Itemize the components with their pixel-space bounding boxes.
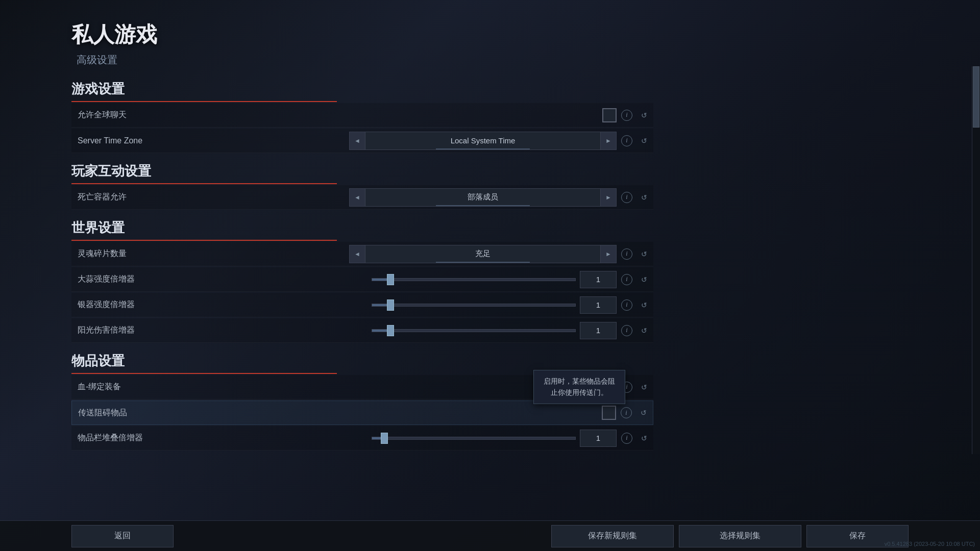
teleport-blocking-checkbox[interactable] (602, 406, 616, 420)
back-button[interactable]: 返回 (71, 525, 174, 547)
reset-icon-allow-global-chat[interactable]: ↺ (639, 110, 650, 121)
page-title: 私人游戏 (71, 10, 980, 49)
reset-icon-garlic-strength[interactable]: ↺ (639, 274, 650, 285)
blood-bound-label: 血-绑定装备 (74, 382, 298, 392)
tooltip-text: 启用时，某些物品会阻止你使用传送门。 (544, 377, 615, 396)
subtitle: 高级设置 (71, 53, 980, 67)
info-icon-silver-strength[interactable]: i (621, 299, 632, 311)
garlic-strength-slider-ctrl: 1 (372, 271, 617, 288)
soul-shards-next[interactable]: ► (600, 245, 617, 263)
blood-bound-reset[interactable]: ↺ (637, 380, 651, 394)
garlic-strength-value[interactable]: 1 (580, 271, 617, 288)
info-icon-teleport-blocking[interactable]: i (621, 407, 632, 418)
allow-global-chat-reset[interactable]: ↺ (637, 108, 651, 122)
allow-global-chat-info[interactable]: i (620, 108, 634, 122)
reset-icon-server-time-zone[interactable]: ↺ (639, 135, 650, 146)
inventory-stack-slider-ctrl: 1 (372, 430, 617, 447)
garlic-strength-slider-thumb[interactable] (387, 274, 394, 285)
inventory-stack-value[interactable]: 1 (580, 430, 617, 447)
death-container-next[interactable]: ► (600, 188, 617, 207)
info-icon-death-container[interactable]: i (621, 192, 632, 203)
silver-strength-info[interactable]: i (620, 298, 634, 312)
allow-global-chat-controls: i ↺ (298, 108, 651, 122)
reset-icon-teleport-blocking[interactable]: ↺ (638, 407, 649, 418)
content-area[interactable]: 游戏设置 允许全球聊天 i ↺ Server Time Zone ◄ Local… (71, 72, 653, 511)
inventory-stack-slider-track[interactable] (372, 437, 576, 440)
death-container-selector: ◄ 部落成员 ► (349, 188, 617, 207)
version-text: v0.5.41283 (2023-05-20 10:08 UTC) (885, 541, 975, 547)
info-icon-server-time-zone[interactable]: i (621, 135, 632, 146)
setting-row-sunlight-damage: 阳光伤害倍增器 1 i ↺ (71, 318, 653, 343)
info-icon-garlic-strength[interactable]: i (621, 274, 632, 285)
server-time-zone-reset[interactable]: ↺ (637, 134, 651, 148)
soul-shards-prev[interactable]: ◄ (349, 245, 365, 263)
reset-icon-death-container[interactable]: ↺ (639, 192, 650, 203)
silver-strength-label: 银器强度倍增器 (74, 299, 298, 310)
soul-shards-reset[interactable]: ↺ (637, 247, 651, 261)
reset-icon-blood-bound[interactable]: ↺ (639, 382, 650, 393)
sunlight-damage-label: 阳光伤害倍增器 (74, 325, 298, 336)
reset-icon-sunlight-damage[interactable]: ↺ (639, 325, 650, 336)
silver-strength-slider-ctrl: 1 (372, 296, 617, 314)
setting-row-server-time-zone: Server Time Zone ◄ Local System Time ► i… (71, 129, 653, 153)
silver-strength-reset[interactable]: ↺ (637, 298, 651, 312)
inventory-stack-reset[interactable]: ↺ (637, 431, 651, 445)
info-icon-soul-shards[interactable]: i (621, 248, 632, 260)
setting-row-allow-global-chat: 允许全球聊天 i ↺ (71, 103, 653, 128)
silver-strength-slider-track[interactable] (372, 304, 576, 307)
reset-icon-inventory-stack[interactable]: ↺ (639, 433, 650, 444)
info-icon-sunlight-damage[interactable]: i (621, 325, 632, 336)
death-container-prev[interactable]: ◄ (349, 188, 365, 207)
section-game-settings: 游戏设置 (71, 72, 337, 102)
inventory-stack-controls: 1 i ↺ (298, 430, 651, 447)
server-time-zone-info[interactable]: i (620, 134, 634, 148)
death-container-value: 部落成员 (365, 188, 600, 207)
setting-row-blood-bound: 血-绑定装备 启用时，某些物品会阻止你使用传送门。 i ↺ (71, 375, 653, 399)
garlic-strength-label: 大蒜强度倍增器 (74, 274, 298, 285)
allow-global-chat-checkbox[interactable] (602, 108, 617, 122)
soul-shards-info[interactable]: i (620, 247, 634, 261)
section-player-interaction: 玩家互动设置 (71, 154, 337, 184)
silver-strength-slider-thumb[interactable] (387, 299, 394, 311)
reset-icon-soul-shards[interactable]: ↺ (639, 248, 650, 260)
blood-bound-tooltip: 启用时，某些物品会阻止你使用传送门。 (533, 370, 625, 404)
sunlight-damage-slider-thumb[interactable] (387, 325, 394, 336)
server-time-zone-value: Local System Time (365, 132, 600, 150)
inventory-stack-info[interactable]: i (620, 431, 634, 445)
sunlight-damage-value[interactable]: 1 (580, 322, 617, 339)
death-container-reset[interactable]: ↺ (637, 190, 651, 205)
silver-strength-controls: 1 i ↺ (298, 296, 651, 314)
death-container-controls: ◄ 部落成员 ► i ↺ (298, 188, 651, 207)
garlic-strength-reset[interactable]: ↺ (637, 272, 651, 287)
save-new-rules-button[interactable]: 保存新规则集 (551, 525, 674, 547)
garlic-strength-info[interactable]: i (620, 272, 634, 287)
soul-shards-value: 充足 (365, 245, 600, 263)
soul-shards-selector: ◄ 充足 ► (349, 245, 617, 263)
inventory-stack-slider-thumb[interactable] (381, 433, 388, 444)
setting-row-death-container: 死亡容器允许 ◄ 部落成员 ► i ↺ (71, 185, 653, 210)
select-rules-button[interactable]: 选择规则集 (679, 525, 801, 547)
server-time-zone-prev[interactable]: ◄ (349, 132, 365, 150)
teleport-blocking-reset[interactable]: ↺ (636, 406, 651, 420)
sunlight-damage-reset[interactable]: ↺ (637, 323, 651, 338)
soul-shards-label: 灵魂碎片数量 (74, 248, 298, 259)
setting-row-teleport-blocking: 传送阻碍物品 i ↺ (71, 400, 653, 425)
bottom-spacer (71, 452, 653, 482)
silver-strength-value[interactable]: 1 (580, 296, 617, 314)
reset-icon-silver-strength[interactable]: ↺ (639, 299, 650, 311)
section-world-settings: 世界设置 (71, 211, 337, 241)
main-container: 私人游戏 高级设置 游戏设置 允许全球聊天 i ↺ Server Time Zo… (71, 10, 980, 551)
server-time-zone-controls: ◄ Local System Time ► i ↺ (298, 132, 651, 150)
death-container-info[interactable]: i (620, 190, 634, 205)
sunlight-damage-slider-track[interactable] (372, 329, 576, 332)
teleport-blocking-info[interactable]: i (619, 406, 633, 420)
garlic-strength-slider-track[interactable] (372, 278, 576, 281)
setting-row-inventory-stack: 物品栏堆叠倍增器 1 i ↺ (71, 426, 653, 450)
setting-row-garlic-strength: 大蒜强度倍增器 1 i ↺ (71, 267, 653, 292)
bottom-bar: 返回 保存新规则集 选择规则集 保存 (0, 520, 980, 551)
info-icon-inventory-stack[interactable]: i (621, 433, 632, 444)
info-icon-allow-global-chat[interactable]: i (621, 110, 632, 121)
server-time-zone-label: Server Time Zone (74, 136, 298, 145)
server-time-zone-next[interactable]: ► (600, 132, 617, 150)
sunlight-damage-info[interactable]: i (620, 323, 634, 338)
